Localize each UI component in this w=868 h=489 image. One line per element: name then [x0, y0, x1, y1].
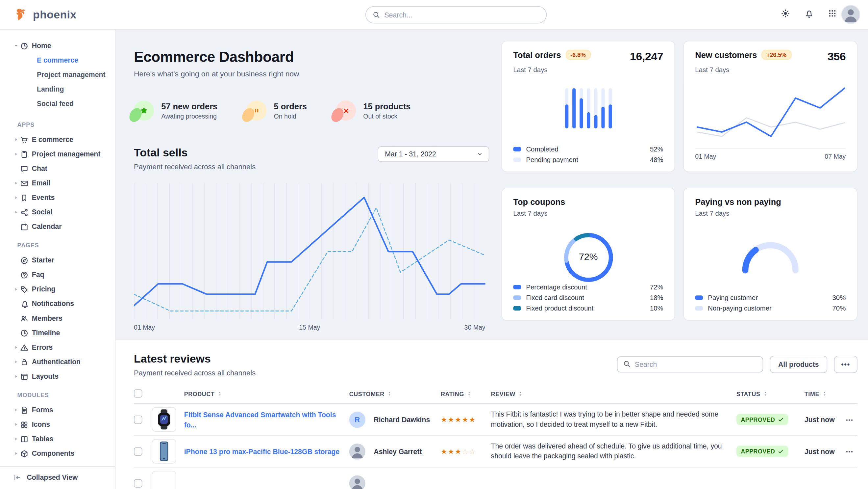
status-badge: APPROVED — [737, 445, 788, 457]
reviews-more-button[interactable]: ••• — [834, 356, 857, 373]
main-content: Ecommerce Dashboard Here's what's going … — [116, 30, 868, 489]
sidebar-subitem[interactable]: E commerce — [0, 53, 115, 67]
sidebar-item[interactable]: Notifications — [0, 297, 115, 311]
user-avatar[interactable] — [841, 5, 861, 24]
caret-right-icon — [13, 374, 20, 379]
sidebar-modules-list: Forms Icons Tables — [0, 403, 115, 461]
col-status[interactable]: STATUS — [737, 386, 805, 403]
sidebar: Home E commerce Project management — [0, 30, 116, 489]
table-row: Fitbit Sense Advanced Smartwatch with To… — [134, 403, 858, 435]
sidebar-item-icon — [20, 179, 32, 188]
top-navbar: phoenix — [0, 0, 868, 30]
sidebar-subitem[interactable]: Social feed — [0, 96, 115, 111]
order-bar — [601, 88, 604, 128]
sidebar-item[interactable]: Layouts — [0, 369, 115, 384]
sidebar-item[interactable]: Errors — [0, 340, 115, 355]
sidebar-item[interactable]: Chat — [0, 161, 115, 176]
sidebar-item[interactable]: Starter — [0, 253, 115, 267]
sidebar-item[interactable]: Members — [0, 311, 115, 326]
global-search[interactable] — [365, 6, 547, 24]
sidebar-item-icon — [20, 208, 32, 217]
sidebar-item[interactable]: Events — [0, 190, 115, 205]
new-customers-line-chart — [695, 83, 846, 147]
table-row — [134, 467, 858, 489]
row-checkbox[interactable] — [134, 447, 142, 455]
page-title: Ecommerce Dashboard — [134, 49, 489, 66]
product-image — [152, 407, 176, 432]
topbar-actions — [777, 6, 841, 23]
search-icon — [623, 359, 630, 370]
sidebar-item-home[interactable]: Home — [0, 38, 115, 53]
sidebar-item[interactable]: Email — [0, 176, 115, 190]
sort-icon — [763, 391, 768, 397]
collapse-sidebar-button[interactable]: Collapsed View — [0, 473, 115, 482]
order-bar — [609, 88, 612, 128]
sidebar-item[interactable]: Tables — [0, 432, 115, 446]
sidebar-item[interactable]: E commerce — [0, 133, 115, 147]
select-all-checkbox[interactable] — [134, 389, 142, 398]
brand-logo[interactable]: phoenix — [13, 7, 76, 22]
top-coupons-donut-chart: 72% — [560, 230, 616, 286]
sidebar-item[interactable]: Components — [0, 446, 115, 461]
sidebar-item-icon — [20, 357, 32, 366]
sidebar-subitem[interactable]: Project management — [0, 67, 115, 82]
brand-name: phoenix — [33, 8, 76, 21]
pie-chart-icon — [20, 41, 32, 50]
review-text: The order was delivered ahead of schedul… — [491, 441, 737, 461]
sidebar-item-icon — [20, 314, 32, 322]
topbar-action-button[interactable] — [777, 6, 794, 23]
sidebar-item[interactable]: Authentication — [0, 355, 115, 369]
col-customer[interactable]: CUSTOMER — [349, 386, 441, 403]
reviews-search[interactable] — [617, 356, 763, 372]
table-header-row: PRODUCT CUSTOMER RATING REVIEW STATUS TI… — [134, 386, 858, 403]
sidebar-item-icon — [20, 343, 32, 351]
stat-item: 5 orders On hold — [246, 100, 307, 120]
sidebar-pages-list: Starter Faq Pricing — [0, 253, 115, 384]
sidebar-item[interactable]: Forms — [0, 403, 115, 417]
customer-avatar — [349, 443, 365, 459]
total-sells-title: Total sells — [134, 146, 255, 159]
global-search-input[interactable] — [384, 11, 540, 19]
sidebar-item[interactable]: Timeline — [0, 326, 115, 340]
row-menu-button[interactable]: ••• — [842, 448, 857, 454]
col-review[interactable]: REVIEW — [491, 386, 737, 403]
donut-center-value: 72% — [560, 230, 616, 286]
row-checkbox[interactable] — [134, 479, 142, 487]
order-bar — [579, 88, 583, 128]
sidebar-item[interactable]: Project management — [0, 147, 115, 161]
col-rating[interactable]: RATING — [441, 386, 491, 403]
sidebar-item[interactable]: Social — [0, 205, 115, 219]
sidebar-item[interactable]: Icons — [0, 417, 115, 432]
page-subtitle: Here's what's going on at your business … — [134, 70, 489, 78]
sidebar-item-icon — [20, 271, 32, 279]
product-link[interactable]: Fitbit Sense Advanced Smartwatch with To… — [184, 411, 336, 429]
table-row: iPhone 13 pro max-Pacific Blue-128GB sto… — [134, 435, 858, 467]
date-range-select[interactable]: Mar 1 - 31, 2022 — [378, 146, 489, 162]
row-checkbox[interactable] — [134, 415, 142, 424]
sidebar-item[interactable]: Faq — [0, 267, 115, 282]
sidebar-item[interactable]: Pricing — [0, 282, 115, 297]
customer-name: Richard Dawkins — [374, 416, 430, 424]
total-orders-change-badge: -6.8% — [565, 50, 591, 60]
row-menu-button[interactable]: ••• — [842, 416, 857, 423]
top-coupons-card: Top coupons Last 7 days 72% Percentage — [502, 188, 675, 321]
sidebar-item-icon — [20, 406, 32, 414]
product-image — [152, 439, 176, 464]
sidebar-subitem[interactable]: Landing — [0, 82, 115, 96]
sidebar-item-icon — [20, 164, 32, 173]
all-products-button[interactable]: All products — [770, 356, 827, 373]
col-product[interactable]: PRODUCT — [184, 386, 349, 403]
topbar-action-button[interactable] — [800, 6, 818, 23]
col-time[interactable]: TIME — [805, 386, 842, 403]
sidebar-item[interactable]: Calendar — [0, 220, 115, 234]
caret-right-icon — [13, 344, 20, 350]
topbar-action-button[interactable] — [823, 6, 841, 23]
new-customers-value: 356 — [828, 50, 846, 63]
review-text: This Fitbit is fantastic! I was trying t… — [491, 409, 737, 429]
stat-icon — [246, 100, 267, 120]
sidebar-item-icon — [20, 150, 32, 158]
status-badge: APPROVED — [737, 414, 788, 425]
reviews-search-input[interactable] — [635, 361, 757, 369]
phoenix-logo-icon — [13, 7, 29, 22]
product-link[interactable]: iPhone 13 pro max-Pacific Blue-128GB sto… — [184, 448, 339, 456]
